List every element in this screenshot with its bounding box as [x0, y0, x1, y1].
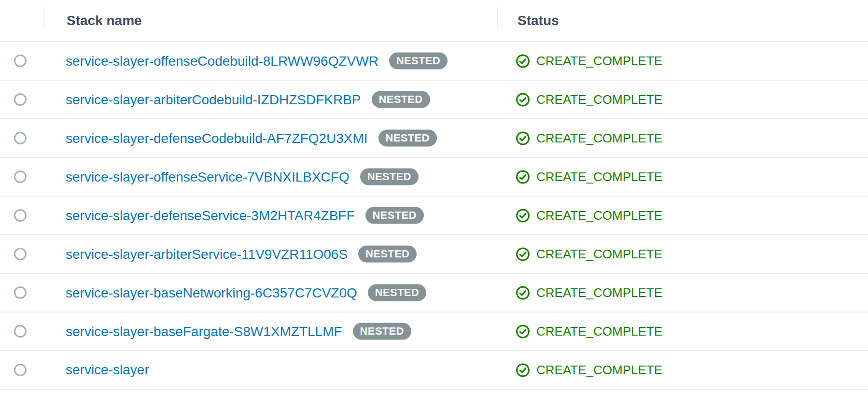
stack-name-link[interactable]: service-slayer-offenseService-7VBNXILBXC… — [66, 169, 350, 184]
row-select-radio[interactable] — [14, 325, 27, 338]
column-header-stack-name[interactable]: Stack name — [67, 13, 142, 28]
table-row: service-slayer-baseFargate-S8W1XMZTLLMF … — [0, 312, 868, 351]
status-cell: CREATE_COMPLETE — [516, 285, 662, 300]
table-row: service-slayer-defenseService-3M2HTAR4ZB… — [0, 197, 868, 235]
stack-name-cell: service-slayer-offenseService-7VBNXILBXC… — [66, 169, 419, 185]
stack-name-cell: service-slayer-arbiterService-11V9VZR11O… — [66, 246, 417, 263]
status-text: CREATE_COMPLETE — [536, 324, 662, 339]
stack-name-cell: service-slayer-baseNetworking-6C357C7CVZ… — [66, 284, 426, 301]
stack-name-link[interactable]: service-slayer-offenseCodebuild-8LRWW96Q… — [66, 53, 378, 69]
status-cell: CREATE_COMPLETE — [516, 92, 662, 107]
status-text: CREATE_COMPLETE — [536, 54, 662, 69]
table-body: service-slayer-offenseCodebuild-8LRWW96Q… — [0, 42, 868, 390]
status-cell: CREATE_COMPLETE — [516, 170, 662, 184]
stack-name-link[interactable]: service-slayer-baseFargate-S8W1XMZTLLMF — [66, 324, 342, 339]
table-row: service-slayer-offenseService-7VBNXILBXC… — [0, 158, 868, 197]
nested-badge: NESTED — [378, 130, 437, 147]
status-cell: CREATE_COMPLETE — [516, 324, 662, 339]
nested-badge: NESTED — [389, 53, 448, 70]
stack-name-link[interactable]: service-slayer-arbiterService-11V9VZR11O… — [66, 246, 348, 262]
table-row: service-slayer CREATE_COMPLETE — [0, 351, 868, 390]
row-select-radio[interactable] — [14, 286, 27, 299]
stacks-table: Stack name Status service-slayer-offense… — [0, 0, 868, 390]
column-header-status[interactable]: Status — [518, 13, 559, 28]
row-select-radio[interactable] — [14, 55, 27, 67]
check-circle-icon — [516, 54, 530, 68]
table-row: service-slayer-defenseCodebuild-AF7ZFQ2U… — [0, 119, 868, 158]
status-text: CREATE_COMPLETE — [536, 363, 662, 378]
check-circle-icon — [516, 285, 530, 300]
check-circle-icon — [516, 92, 530, 107]
status-cell: CREATE_COMPLETE — [516, 131, 662, 146]
table-header-row: Stack name Status — [0, 0, 868, 42]
stack-name-link[interactable]: service-slayer — [66, 362, 149, 378]
check-circle-icon — [516, 170, 530, 184]
stack-name-cell: service-slayer — [66, 362, 149, 378]
status-text: CREATE_COMPLETE — [536, 247, 662, 262]
stack-name-link[interactable]: service-slayer-defenseCodebuild-AF7ZFQ2U… — [66, 130, 368, 146]
column-divider — [497, 7, 498, 29]
check-circle-icon — [516, 324, 530, 339]
column-divider — [43, 7, 44, 29]
nested-badge: NESTED — [372, 91, 430, 108]
stack-name-link[interactable]: service-slayer-defenseService-3M2HTAR4ZB… — [66, 208, 355, 223]
table-row: service-slayer-arbiterCodebuild-IZDHZSDF… — [0, 81, 868, 119]
status-cell: CREATE_COMPLETE — [516, 208, 662, 223]
stack-name-cell: service-slayer-defenseCodebuild-AF7ZFQ2U… — [66, 130, 437, 147]
nested-badge: NESTED — [365, 207, 424, 224]
check-circle-icon — [516, 131, 530, 145]
row-select-radio[interactable] — [14, 132, 27, 144]
row-select-radio[interactable] — [14, 93, 27, 106]
table-row: service-slayer-arbiterService-11V9VZR11O… — [0, 235, 868, 274]
nested-badge: NESTED — [368, 284, 426, 301]
stack-name-link[interactable]: service-slayer-arbiterCodebuild-IZDHZSDF… — [66, 92, 361, 107]
table-row: service-slayer-offenseCodebuild-8LRWW96Q… — [0, 42, 868, 81]
stack-name-cell: service-slayer-offenseCodebuild-8LRWW96Q… — [66, 53, 448, 70]
check-circle-icon — [516, 208, 530, 223]
status-text: CREATE_COMPLETE — [536, 285, 662, 300]
nested-badge: NESTED — [353, 323, 411, 340]
status-cell: CREATE_COMPLETE — [516, 247, 662, 262]
row-select-radio[interactable] — [14, 248, 27, 260]
status-text: CREATE_COMPLETE — [536, 170, 662, 184]
nested-badge: NESTED — [358, 246, 417, 263]
row-select-radio[interactable] — [14, 170, 27, 183]
stack-name-cell: service-slayer-defenseService-3M2HTAR4ZB… — [66, 207, 424, 224]
status-text: CREATE_COMPLETE — [536, 92, 662, 107]
stack-name-cell: service-slayer-arbiterCodebuild-IZDHZSDF… — [66, 91, 430, 108]
nested-badge: NESTED — [360, 169, 419, 185]
status-text: CREATE_COMPLETE — [536, 208, 662, 223]
table-row: service-slayer-baseNetworking-6C357C7CVZ… — [0, 274, 868, 312]
row-select-radio[interactable] — [14, 209, 27, 222]
stack-name-cell: service-slayer-baseFargate-S8W1XMZTLLMF … — [66, 323, 411, 340]
check-circle-icon — [516, 247, 530, 261]
stack-name-link[interactable]: service-slayer-baseNetworking-6C357C7CVZ… — [66, 285, 357, 300]
status-cell: CREATE_COMPLETE — [516, 54, 662, 69]
row-select-radio[interactable] — [14, 364, 27, 376]
status-cell: CREATE_COMPLETE — [516, 363, 662, 378]
check-circle-icon — [516, 363, 530, 377]
status-text: CREATE_COMPLETE — [536, 131, 662, 146]
